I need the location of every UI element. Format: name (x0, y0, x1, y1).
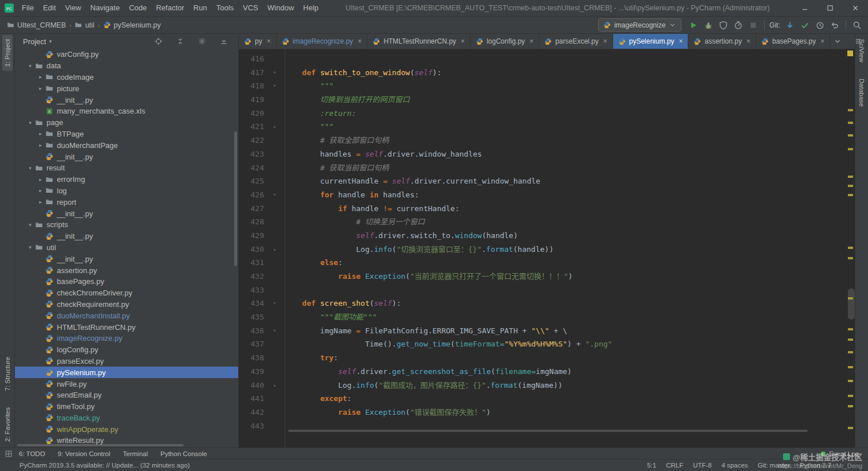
search-everywhere-button[interactable] (850, 18, 865, 32)
project-hscrollbar[interactable] (17, 444, 184, 446)
tree-item-many-merchants-case-xls[interactable]: Xmany_merchants_case.xls (15, 106, 238, 117)
tool-button-1-project[interactable]: 1: Project (2, 35, 13, 71)
tree-item-checkrequirement-py[interactable]: checkRequirement.py (15, 299, 238, 310)
tree-item-rwfile-py[interactable]: rwFile.py (15, 378, 238, 390)
stop-button[interactable] (746, 18, 761, 32)
fold-marker-icon[interactable]: ▴ (265, 379, 284, 392)
chevron-down-icon[interactable]: ▾ (25, 63, 35, 69)
tab-imagerecognize-py[interactable]: imageRecognize.py× (277, 34, 367, 49)
line-number[interactable]: 442 (239, 406, 265, 419)
tree-item-codeimage[interactable]: ▸codeImage (15, 72, 238, 83)
line-number[interactable]: 422 (239, 134, 265, 147)
tree-item-report[interactable]: ▸report (15, 196, 238, 208)
fold-marker-icon[interactable]: ▾ (265, 79, 284, 93)
line-number[interactable]: 428 (239, 215, 265, 229)
line-number[interactable]: 419 (239, 93, 265, 107)
fold-marker-icon[interactable]: ▾ (265, 324, 284, 338)
editor-scrollbar-thumb[interactable] (848, 289, 855, 320)
tab-logconfig-py[interactable]: logConfig.py× (471, 34, 540, 49)
line-number[interactable]: 440 (239, 379, 265, 392)
tree-item-winappoperate-py[interactable]: winAppOperate.py (15, 423, 238, 435)
tree-item-picture[interactable]: ▸picture (15, 83, 238, 94)
tool-button-database[interactable]: Database (857, 75, 867, 111)
chevron-down-icon[interactable]: ▾ (25, 165, 35, 171)
line-number[interactable]: 432 (239, 270, 265, 283)
editor-hscrollbar[interactable] (288, 430, 808, 432)
tree-item-log[interactable]: ▸log (15, 185, 238, 197)
tree-item-init-py[interactable]: __init__.py (15, 208, 238, 219)
hidden-tabs-button[interactable] (830, 34, 845, 48)
menu-help[interactable]: Help (299, 0, 323, 16)
close-button[interactable] (843, 0, 868, 16)
chevron-right-icon[interactable]: ▸ (36, 131, 45, 137)
line-number[interactable]: 420 (239, 107, 265, 120)
tree-item-assertion-py[interactable]: assertion.py (15, 264, 238, 276)
profiler-button[interactable] (731, 18, 746, 32)
interpreter-widget[interactable]: Python 3.7 (800, 462, 831, 469)
tree-item-imagerecognize-py[interactable]: imageRecognize.py (15, 333, 238, 344)
tree-item-init-py[interactable]: __init__.py (15, 151, 238, 162)
tree-item-logconfig-py[interactable]: logConfig.py (15, 344, 238, 356)
tool-button-todo[interactable]: 6: TODO (13, 450, 52, 457)
run-button[interactable] (686, 18, 701, 32)
tab-close-icon[interactable]: × (746, 37, 750, 45)
line-number[interactable]: 421 (239, 120, 265, 134)
project-gear-button[interactable] (195, 34, 210, 48)
tool-button-event-log[interactable]: Event Log (829, 450, 859, 457)
tab-close-icon[interactable]: × (529, 37, 533, 45)
line-number[interactable]: 426 (239, 188, 265, 202)
project-collapse-button[interactable] (173, 34, 188, 48)
tree-item-varconfig-py[interactable]: varConfig.py (15, 49, 238, 60)
project-locate-button[interactable] (151, 34, 166, 48)
tab-close-icon[interactable]: × (461, 37, 465, 45)
tree-item-data[interactable]: ▾data (15, 60, 238, 72)
chevron-down-icon[interactable]: ▾ (49, 38, 52, 44)
tree-item-htmltestrunnercn-py[interactable]: HTMLTestRunnerCN.py (15, 321, 238, 333)
menu-tools[interactable]: Tools (212, 0, 238, 16)
line-number[interactable]: 443 (239, 419, 265, 433)
tool-button-2-favorites[interactable]: 2: Favorites (2, 403, 13, 446)
caret-position-widget[interactable]: 5:1 (647, 462, 656, 469)
chevron-right-icon[interactable]: ▸ (36, 142, 45, 148)
fold-marker-icon[interactable]: ▴ (265, 243, 284, 256)
tab-basepages-py[interactable]: basePages.py× (756, 34, 830, 49)
line-number[interactable]: 437 (239, 337, 265, 351)
tab-py[interactable]: py× (239, 34, 277, 49)
line-number[interactable]: 418 (239, 79, 265, 93)
chevron-right-icon[interactable]: ▸ (36, 85, 45, 91)
fold-marker-icon[interactable]: ▴ (265, 120, 284, 134)
chevron-down-icon[interactable]: ▾ (25, 120, 35, 126)
tree-item-duomerchantinstall-py[interactable]: duoMerchantInstall.py (15, 310, 238, 321)
line-number[interactable]: 431 (239, 256, 265, 270)
tree-item-traceback-py[interactable]: traceBack.py (15, 412, 238, 424)
fold-marker-icon[interactable]: ▾ (265, 297, 284, 310)
line-number[interactable]: 423 (239, 147, 265, 161)
menu-code[interactable]: Code (125, 0, 152, 16)
inspection-indicator[interactable] (847, 50, 853, 56)
tree-item-btpage[interactable]: ▸BTPage (15, 129, 238, 140)
editor-area[interactable]: py×imageRecognize.py×HTMLTestRunnerCN.py… (239, 34, 855, 448)
chevron-down-icon[interactable]: ▾ (25, 244, 35, 250)
tree-item-init-py[interactable]: __init__.py (15, 253, 238, 264)
tool-button-7-structure[interactable]: 7: Structure (2, 353, 13, 395)
breadcrumb-item-util[interactable]: util (73, 21, 95, 29)
tool-button-version-control[interactable]: 9: Version Control (52, 450, 117, 457)
tree-item-timetool-py[interactable]: timeTool.py (15, 401, 238, 412)
fold-marker-icon[interactable]: ▾ (265, 188, 284, 202)
tab-close-icon[interactable]: × (358, 37, 362, 45)
tab-close-icon[interactable]: × (603, 37, 607, 45)
line-number[interactable]: 417 (239, 66, 265, 80)
menu-navigate[interactable]: Navigate (86, 0, 124, 16)
chevron-right-icon[interactable]: ▸ (36, 177, 45, 182)
tab-list-button[interactable] (851, 34, 866, 48)
line-number[interactable]: 434 (239, 297, 265, 310)
tree-item-page[interactable]: ▾page (15, 117, 238, 129)
line-number[interactable]: 427 (239, 202, 265, 216)
tree-item-basepages-py[interactable]: basePages.py (15, 276, 238, 287)
maximize-button[interactable] (817, 0, 843, 16)
chevron-down-icon[interactable]: ▾ (25, 222, 35, 228)
tab-htmltestrunnercn-py[interactable]: HTMLTestRunnerCN.py× (367, 34, 471, 49)
line-number[interactable]: 425 (239, 174, 265, 188)
tab-assertion-py[interactable]: assertion.py× (688, 34, 756, 49)
line-number[interactable]: 439 (239, 365, 265, 379)
